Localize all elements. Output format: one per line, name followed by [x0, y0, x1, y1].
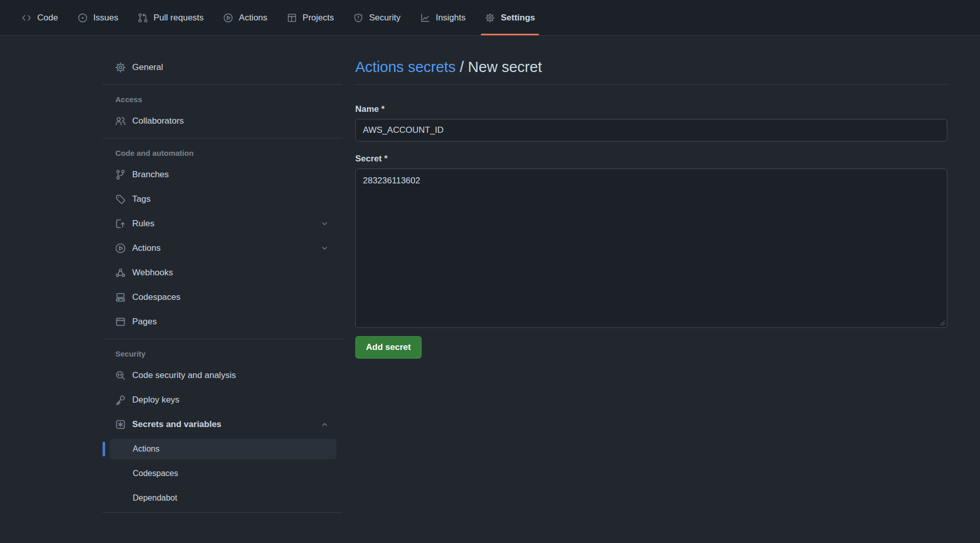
play-icon: [115, 243, 126, 254]
sidebar-item-label: Deploy keys: [132, 395, 180, 405]
chevron-down-icon: [320, 219, 329, 228]
secret-name-input[interactable]: [355, 119, 947, 141]
sidebar-item-label: Secrets and variables: [132, 419, 222, 430]
tab-settings[interactable]: Settings: [479, 0, 541, 35]
sidebar-item-codespaces[interactable]: Codespaces: [103, 287, 342, 308]
sidebar-section-security: Security: [103, 346, 342, 361]
secrets-asterisk-icon: [115, 419, 126, 430]
code-scan-icon: [115, 370, 126, 381]
sidebar-item-label: Branches: [132, 170, 169, 180]
secret-value-wrapper: 283236113602: [355, 169, 947, 328]
tab-issues[interactable]: Issues: [71, 0, 125, 35]
divider: [355, 84, 947, 85]
tab-projects[interactable]: Projects: [281, 0, 340, 35]
sidebar-item-branches[interactable]: Branches: [103, 164, 342, 185]
sidebar-section-code-and-automation: Code and automation: [103, 145, 342, 160]
tab-label: Actions: [239, 13, 267, 23]
tab-label: Pull requests: [154, 13, 204, 23]
rules-icon: [115, 218, 126, 229]
play-icon: [223, 13, 233, 23]
sidebar-item-deploy-keys[interactable]: Deploy keys: [103, 390, 342, 410]
tab-pull-requests[interactable]: Pull requests: [132, 0, 210, 35]
sidebar-subitem-label: Codespaces: [133, 469, 178, 478]
sidebar-subitem-label: Actions: [133, 444, 159, 454]
divider: [103, 339, 342, 339]
webhook-icon: [115, 267, 126, 278]
active-item-indicator: [103, 442, 105, 457]
tab-label: Settings: [501, 13, 535, 23]
sidebar-item-label: Pages: [132, 317, 157, 327]
tab-actions[interactable]: Actions: [217, 0, 274, 35]
gear-icon: [115, 62, 126, 73]
sidebar-item-webhooks[interactable]: Webhooks: [103, 263, 342, 283]
divider: [103, 138, 342, 138]
sidebar-item-tags[interactable]: Tags: [103, 189, 342, 209]
sidebar-item-label: Codespaces: [132, 292, 181, 302]
secret-value-textarea[interactable]: 283236113602: [355, 169, 947, 328]
sidebar-item-code-security[interactable]: Code security and analysis: [103, 365, 342, 386]
tab-label: Code: [37, 13, 58, 23]
code-icon: [21, 13, 32, 23]
gear-icon: [485, 13, 495, 23]
tab-security[interactable]: Security: [347, 0, 406, 35]
settings-sidebar: General Access Collaborators Code and au…: [103, 36, 342, 520]
sidebar-item-label: Code security and analysis: [132, 370, 236, 381]
git-pull-request-icon: [138, 13, 148, 23]
tab-insights[interactable]: Insights: [414, 0, 472, 35]
add-secret-button[interactable]: Add secret: [355, 336, 422, 359]
tab-label: Projects: [303, 13, 334, 23]
tab-code[interactable]: Code: [15, 0, 64, 35]
new-secret-form: Actions secrets / New secret Name * Secr…: [355, 36, 947, 359]
tag-icon: [115, 194, 126, 205]
sidebar-item-label: Tags: [132, 194, 151, 204]
tab-label: Issues: [93, 13, 118, 23]
breadcrumb-current: New secret: [468, 59, 542, 75]
sidebar-item-label: Collaborators: [132, 116, 184, 126]
sidebar-subitem-dependabot[interactable]: Dependabot: [103, 488, 342, 508]
breadcrumb-separator: /: [456, 59, 468, 75]
sidebar-item-actions[interactable]: Actions: [103, 238, 342, 258]
name-field-label: Name *: [355, 104, 947, 114]
secret-field-label: Secret *: [355, 154, 947, 164]
breadcrumb-actions-secrets-link[interactable]: Actions secrets: [355, 59, 456, 75]
issue-opened-icon: [78, 13, 88, 23]
sidebar-item-label: General: [132, 62, 163, 73]
sidebar-item-pages[interactable]: Pages: [103, 312, 342, 332]
browser-icon: [115, 316, 126, 327]
sidebar-item-label: Actions: [132, 243, 161, 253]
shield-icon: [353, 13, 363, 23]
sidebar-item-rules[interactable]: Rules: [103, 214, 342, 234]
git-branch-icon: [115, 169, 126, 180]
sidebar-item-secrets-and-variables[interactable]: Secrets and variables: [103, 414, 342, 435]
sidebar-subitem-actions[interactable]: Actions: [103, 439, 342, 459]
tab-label: Insights: [436, 13, 466, 23]
chevron-down-icon: [320, 244, 329, 253]
sidebar-subitem-codespaces[interactable]: Codespaces: [103, 463, 342, 484]
sidebar-section-access: Access: [103, 91, 342, 107]
codespaces-icon: [115, 292, 126, 303]
chevron-up-icon: [320, 420, 329, 429]
people-icon: [115, 115, 126, 127]
tab-label: Security: [369, 13, 400, 23]
graph-icon: [420, 13, 430, 23]
divider: [103, 84, 342, 85]
divider: [103, 512, 342, 513]
page-title: Actions secrets / New secret: [355, 57, 947, 77]
sidebar-item-label: Webhooks: [132, 268, 173, 278]
sidebar-subitem-label: Dependabot: [133, 493, 177, 503]
project-icon: [287, 13, 297, 23]
repo-tab-bar: Code Issues Pull requests Actions Projec…: [0, 0, 980, 36]
sidebar-item-collaborators[interactable]: Collaborators: [103, 111, 342, 131]
sidebar-item-label: Rules: [132, 219, 154, 229]
key-icon: [115, 394, 126, 406]
sidebar-item-general[interactable]: General: [103, 57, 342, 78]
